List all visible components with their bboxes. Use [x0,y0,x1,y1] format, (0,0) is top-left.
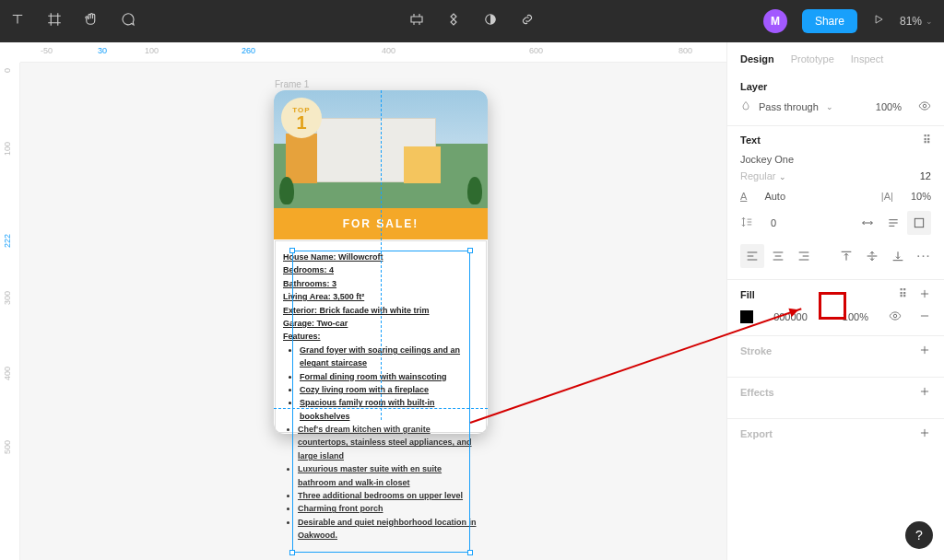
zoom-value: 81% [900,15,922,28]
share-button[interactable]: Share [802,9,857,33]
ruler-tick: 222 [3,234,12,248]
top-toolbar: M Share 81%⌄ [0,0,944,42]
ruler-vertical[interactable]: 0 100 222 300 400 500 [0,63,20,560]
text-title: Text [740,134,761,146]
layer-section: Layer Pass through ⌄ 100% [727,74,944,126]
tool-group-center [408,11,536,31]
fill-title: Fill [740,289,755,300]
user-avatar[interactable]: M [763,9,787,33]
letter-spacing-icon: |A| [881,191,893,202]
panel-tabs: Design Prototype Inspect [727,42,944,74]
tab-design[interactable]: Design [740,53,774,64]
frame-label[interactable]: Frame 1 [275,79,309,89]
svg-point-3 [893,314,897,318]
zoom-control[interactable]: 81%⌄ [900,15,933,28]
letter-spacing[interactable]: 10% [911,191,931,202]
selection-handle-se[interactable] [467,550,473,555]
paragraph-spacing[interactable]: 0 [771,217,776,228]
text-tool-icon[interactable] [9,11,26,31]
mask-icon[interactable] [482,11,499,31]
annotation-highlight [819,292,846,320]
text-valign-top-icon[interactable] [834,244,858,268]
chevron-down-icon: ⌄ [826,102,833,111]
add-effect-icon[interactable] [918,385,931,400]
fill-swatch[interactable] [740,310,753,323]
ruler-tick: 30 [98,46,107,55]
selection-box[interactable] [292,251,470,553]
tool-group-left [0,11,136,31]
font-size[interactable]: 12 [920,170,931,181]
text-section: Text Jockey One Regular ⌄ 12 A Auto |A| … [727,126,944,280]
boolean-icon[interactable] [445,11,462,31]
selection-handle-ne[interactable] [467,248,473,253]
comment-tool-icon[interactable] [120,11,136,31]
ruler-tick: 260 [242,46,255,55]
text-more-icon[interactable]: ··· [917,251,931,262]
fill-visibility-icon[interactable] [889,309,902,324]
add-export-icon[interactable] [918,426,931,441]
text-align-center-icon[interactable] [766,244,790,268]
font-weight[interactable]: Regular ⌄ [740,170,786,181]
auto-height-icon[interactable] [881,211,905,235]
line-height[interactable]: Auto [764,191,785,202]
help-button[interactable]: ? [905,521,933,549]
blend-mode[interactable]: Pass through [759,101,819,112]
add-stroke-icon[interactable] [918,344,931,358]
text-align-right-icon[interactable] [792,244,816,268]
selection-handle-sw[interactable] [289,550,295,555]
ruler-tick: 100 [145,46,159,55]
ruler-tick: 0 [3,68,12,73]
hand-tool-icon[interactable] [83,11,100,31]
tab-prototype[interactable]: Prototype [791,53,834,64]
visibility-toggle-icon[interactable] [918,99,931,114]
ruler-tick: 600 [529,46,543,55]
svg-rect-2 [914,218,923,227]
svg-point-1 [923,104,926,108]
top-badge: TOP 1 [281,98,322,138]
text-valign-middle-icon[interactable] [860,244,884,268]
fill-styles-icon[interactable] [899,287,907,302]
layer-title: Layer [740,81,931,92]
text-valign-bottom-icon[interactable] [886,244,910,268]
ruler-tick: -50 [41,46,53,55]
blend-drop-icon[interactable] [740,100,751,113]
selection-handle-nw[interactable] [289,248,295,253]
present-icon[interactable] [872,13,885,29]
text-styles-icon[interactable] [923,134,931,146]
line-height-icon: A [740,191,747,202]
text-align-left-icon[interactable] [740,244,764,268]
ruler-tick: 500 [3,440,12,454]
font-family[interactable]: Jockey One [740,154,794,165]
components-icon[interactable] [408,11,425,31]
tab-inspect[interactable]: Inspect [851,53,883,64]
ruler-tick: 100 [3,142,12,156]
tool-group-right: M Share 81%⌄ [763,9,944,33]
export-title: Export [740,428,773,439]
remove-fill-icon[interactable] [918,309,931,324]
fill-opacity[interactable]: 100% [843,311,868,322]
ruler-tick: 300 [3,291,12,305]
canvas[interactable]: Frame 1 TOP 1 FOR SALE! House Name: Will… [20,63,726,560]
fixed-size-icon[interactable] [907,211,931,235]
add-fill-icon[interactable] [918,287,931,302]
frame-tool-icon[interactable] [46,11,63,31]
ruler-tick: 800 [678,46,692,55]
stroke-title: Stroke [740,345,772,356]
layer-opacity[interactable]: 100% [876,101,902,112]
ruler-tick: 400 [382,46,395,55]
stroke-section: Stroke [727,336,944,378]
link-icon[interactable] [519,11,536,31]
auto-width-icon[interactable] [856,211,879,235]
effects-section: Effects [727,378,944,419]
effects-title: Effects [740,387,774,398]
ruler-tick: 400 [3,367,12,380]
badge-number: 1 [296,114,306,131]
export-section: Export [727,419,944,460]
paragraph-spacing-icon [740,216,753,230]
text-align-row: ··· [740,244,931,268]
